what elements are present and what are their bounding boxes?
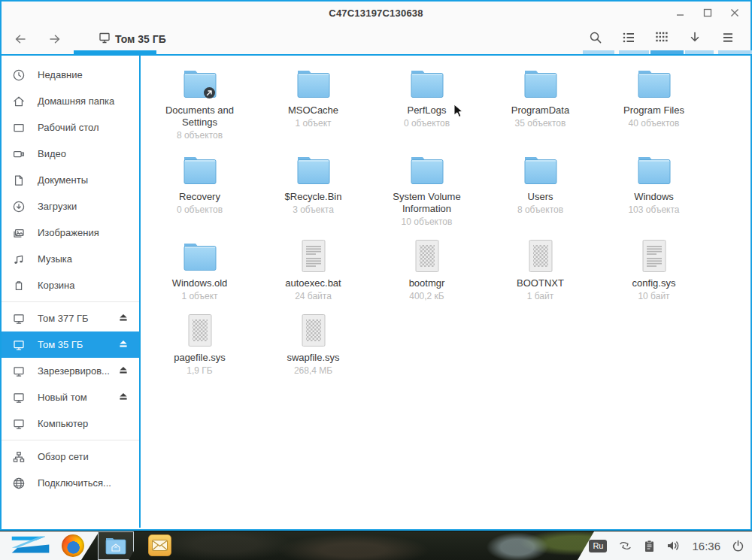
close-button[interactable] bbox=[729, 8, 740, 18]
sidebar-item[interactable]: Домашняя папка bbox=[2, 88, 139, 114]
sidebar-item[interactable]: Компьютер bbox=[2, 410, 139, 437]
file-info: 400,2 кБ bbox=[409, 291, 444, 302]
sidebar-item[interactable]: Загрузки bbox=[2, 193, 139, 219]
music-icon bbox=[12, 253, 27, 266]
file-item[interactable]: Program Files40 объектов bbox=[597, 65, 711, 141]
system-tray: Ru 16:36 bbox=[589, 531, 744, 560]
file-info: 35 объектов bbox=[515, 118, 566, 129]
search-button[interactable] bbox=[579, 26, 612, 52]
eject-button[interactable] bbox=[118, 391, 130, 403]
sidebar-item[interactable]: Видео bbox=[2, 141, 139, 167]
eject-button[interactable] bbox=[118, 338, 130, 350]
menu-button[interactable] bbox=[711, 26, 744, 52]
clock-icon bbox=[12, 68, 27, 82]
sidebar-item[interactable]: Корзина bbox=[2, 272, 139, 298]
sidebar-item[interactable]: Подключиться... bbox=[2, 470, 139, 496]
sidebar-item-label: Видео bbox=[38, 148, 66, 159]
sidebar-item-label: Домашняя папка bbox=[38, 95, 114, 107]
file-item[interactable]: Recovery0 объектов bbox=[143, 151, 256, 228]
file-item[interactable]: PerfLogs0 объектов bbox=[370, 65, 484, 141]
file-info: 103 объекта bbox=[628, 204, 679, 216]
file-info: 40 объектов bbox=[629, 118, 680, 129]
file-name: swapfile.sys bbox=[287, 352, 339, 364]
files-launcher[interactable] bbox=[98, 531, 134, 560]
text-file-icon bbox=[640, 238, 669, 274]
folder-icon bbox=[521, 65, 560, 101]
file-name: Windows.old bbox=[172, 277, 228, 289]
file-name: MSOCache bbox=[288, 104, 338, 117]
binary-file-icon bbox=[526, 238, 555, 274]
sidebar-item[interactable]: Обзор сети bbox=[2, 443, 139, 470]
file-item[interactable]: config.sys10 байт bbox=[597, 238, 711, 302]
files-app-icon bbox=[104, 535, 128, 556]
folder-icon bbox=[521, 151, 560, 187]
clipboard-icon[interactable] bbox=[644, 540, 655, 552]
drive-icon bbox=[12, 391, 27, 404]
file-name: Users bbox=[528, 191, 553, 203]
sidebar-item[interactable]: Том 35 ГБ bbox=[2, 331, 139, 358]
volume-icon[interactable] bbox=[666, 540, 681, 552]
sidebar-separator bbox=[2, 440, 139, 440]
mail-launcher[interactable] bbox=[148, 534, 171, 556]
location-tab[interactable]: Том 35 ГБ bbox=[93, 24, 171, 54]
sidebar-item[interactable]: Том 377 ГБ bbox=[2, 305, 139, 331]
language-indicator[interactable]: Ru bbox=[589, 540, 607, 552]
sidebar-item[interactable]: Документы bbox=[2, 167, 139, 193]
grid-view-button[interactable] bbox=[645, 26, 678, 52]
file-item[interactable]: ProgramData35 объектов bbox=[484, 65, 597, 141]
forward-button[interactable] bbox=[44, 28, 66, 50]
minimize-button[interactable] bbox=[675, 8, 686, 18]
window-body: НедавниеДомашняя папкаРабочий столВидеоД… bbox=[2, 56, 750, 528]
file-view: Documents and Settings8 объектовMSOCache… bbox=[141, 56, 750, 528]
file-item[interactable]: Windows.old1 объект bbox=[143, 238, 256, 302]
power-icon[interactable] bbox=[732, 540, 744, 552]
file-item[interactable]: System Volume Information10 объектов bbox=[370, 151, 484, 228]
button-strip bbox=[619, 50, 649, 54]
file-info: 10 объектов bbox=[402, 216, 453, 228]
file-info: 24 байта bbox=[295, 291, 332, 302]
file-item[interactable]: MSOCache1 объект bbox=[256, 65, 370, 141]
file-item[interactable]: Windows103 объекта bbox=[597, 151, 711, 228]
sidebar-item[interactable]: Недавние bbox=[2, 62, 139, 88]
desktop-icon bbox=[12, 121, 27, 135]
file-manager-window: C47C13197C130638 Том 35 ГБ bbox=[0, 0, 752, 531]
file-item[interactable]: swapfile.sys268,4 МБ bbox=[256, 312, 370, 377]
sync-icon[interactable] bbox=[618, 540, 632, 552]
file-item[interactable]: $Recycle.Bin3 объекта bbox=[256, 151, 370, 228]
file-item[interactable]: bootmgr400,2 кБ bbox=[370, 238, 484, 302]
file-item[interactable]: pagefile.sys1,9 ГБ bbox=[143, 312, 256, 377]
file-name: Documents and Settings bbox=[148, 104, 252, 129]
file-item[interactable]: Users8 объектов bbox=[484, 151, 597, 228]
file-name: BOOTNXT bbox=[517, 277, 564, 289]
binary-file-icon bbox=[413, 238, 441, 274]
drive-icon bbox=[98, 31, 111, 47]
sidebar-item[interactable]: Музыка bbox=[2, 246, 139, 272]
sidebar-item[interactable]: Зарезервиров... bbox=[2, 358, 139, 384]
file-info: 1 байт bbox=[527, 291, 553, 302]
sidebar-item[interactable]: Рабочий стол bbox=[2, 114, 139, 141]
folder-link-icon bbox=[180, 65, 220, 101]
file-info: 8 объектов bbox=[177, 130, 223, 141]
file-item[interactable]: Documents and Settings8 объектов bbox=[143, 65, 256, 141]
eject-button[interactable] bbox=[118, 365, 130, 377]
folder-icon bbox=[408, 151, 447, 187]
back-button[interactable] bbox=[9, 28, 32, 50]
button-strip bbox=[718, 50, 752, 54]
eject-button[interactable] bbox=[118, 312, 130, 324]
sidebar-item[interactable]: Новый том bbox=[2, 384, 139, 410]
file-info: 268,4 МБ bbox=[294, 365, 332, 377]
drive-icon bbox=[12, 312, 27, 325]
location-tab-label: Том 35 ГБ bbox=[115, 33, 166, 45]
sidebar-separator bbox=[2, 301, 139, 302]
file-item[interactable]: BOOTNXT1 байт bbox=[484, 238, 597, 302]
sidebar-item-label: Корзина bbox=[38, 280, 75, 291]
firefox-launcher[interactable] bbox=[62, 534, 84, 557]
file-item[interactable]: autoexec.bat24 байта bbox=[256, 238, 370, 302]
drive-icon bbox=[12, 417, 27, 431]
list-view-button[interactable] bbox=[612, 26, 645, 52]
file-info: 3 объекта bbox=[293, 204, 334, 216]
clock[interactable]: 16:36 bbox=[692, 540, 720, 552]
maximize-button[interactable] bbox=[702, 8, 713, 18]
download-button[interactable] bbox=[678, 26, 711, 52]
sidebar-item[interactable]: Изображения bbox=[2, 219, 139, 246]
